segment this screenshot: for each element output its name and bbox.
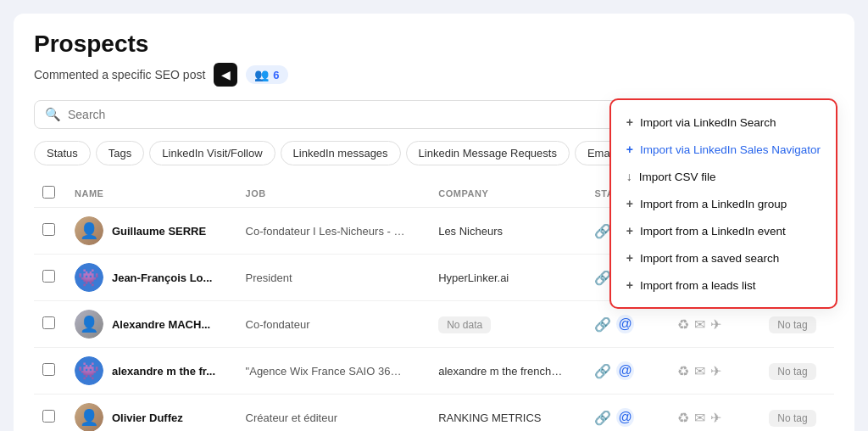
avatar: 👾 (75, 263, 103, 292)
link-icon[interactable]: 🔗 (594, 316, 611, 333)
count-badge: 👥 6 (246, 65, 287, 84)
search-icon: 🔍 (45, 107, 61, 122)
status-icons: 🔗 @ (594, 315, 660, 333)
dropdown-item-import-from-a-linkedin-group[interactable]: + Import from a LinkedIn group (611, 190, 836, 217)
prospect-name: Alexandre MACH... (112, 318, 210, 331)
no-tag-badge: No tag (769, 363, 815, 380)
dropdown-item-label: Import via LinkedIn Search (640, 116, 776, 129)
download-icon: ↓ (626, 170, 632, 183)
tab-linkedin-messages[interactable]: LinkedIn messages (281, 141, 401, 165)
plus-icon: + (626, 278, 633, 292)
avatar: 👤 (75, 310, 103, 339)
name-cell: 👤 Olivier Duffez (75, 403, 229, 431)
subtitle-text: Commented a specific SEO post (34, 68, 205, 81)
plus-icon: + (626, 251, 633, 265)
action-icons: ♻ ✉ ✈ (677, 363, 752, 379)
link-icon[interactable]: 🔗 (594, 410, 611, 426)
email-icon[interactable]: @ (616, 315, 633, 333)
prospect-name: Guillaume SERRE (112, 225, 206, 238)
plus-icon: + (626, 115, 633, 129)
status-icons: 🔗 @ (594, 408, 660, 427)
prospect-name: Olivier Duffez (112, 411, 183, 424)
row-checkbox[interactable] (42, 223, 55, 236)
row-checkbox[interactable] (42, 316, 55, 329)
dropdown-item-import-from-a-leads-list[interactable]: + Import from a leads list (611, 271, 836, 299)
back-button[interactable]: ◀ (214, 63, 237, 87)
name-cell: 👤 Guillaume SERRE (75, 216, 229, 245)
table-row: 👤 Olivier Duffez Créateur et éditeur RAN… (34, 395, 834, 432)
envelope-icon[interactable]: ✉ (694, 363, 705, 379)
subtitle-row: Commented a specific SEO post ◀ 👥 6 (34, 63, 834, 87)
prospect-job: Co-fondateur I Les-Nicheurs - Devenez la… (246, 225, 407, 238)
refresh-icon[interactable]: ♻ (677, 316, 689, 333)
link-icon[interactable]: 🔗 (594, 363, 611, 379)
refresh-icon[interactable]: ♻ (677, 410, 689, 426)
prospect-company: RANKING METRICS (438, 411, 565, 424)
envelope-icon[interactable]: ✉ (694, 410, 705, 426)
dropdown-item-import-from-a-linkedin-event[interactable]: + Import from a LinkedIn event (611, 217, 836, 244)
prospect-company: Les Nicheurs (438, 225, 565, 238)
envelope-icon[interactable]: ✉ (694, 316, 705, 333)
tab-linkedin-message-requests[interactable]: Linkedin Message Requests (406, 141, 570, 165)
email-icon[interactable]: @ (616, 408, 633, 427)
prospect-job: Co-fondateur (246, 318, 407, 331)
main-container: Prospects Commented a specific SEO post … (14, 14, 854, 431)
action-icons: ♻ ✉ ✈ (677, 410, 752, 426)
select-all-checkbox[interactable] (42, 186, 55, 199)
col-header-company: COMPANY (430, 179, 586, 208)
dropdown-item-label: Import from a LinkedIn event (640, 225, 786, 238)
name-cell: 👾 Jean-François Lo... (75, 263, 229, 292)
dropdown-item-label: Import from a LinkedIn group (640, 198, 787, 210)
dropdown-item-import-via-linkedin-sales-navigator[interactable]: + Import via LinkedIn Sales Navigator (611, 136, 836, 163)
page-title: Prospects (34, 31, 834, 58)
action-icons: ♻ ✉ ✈ (677, 316, 752, 333)
send-icon[interactable]: ✈ (710, 410, 721, 426)
prospect-name: Jean-François Lo... (112, 271, 212, 284)
dropdown-item-label: Import CSV file (639, 171, 716, 183)
dropdown-item-label: Import from a leads list (640, 279, 756, 292)
no-tag-badge: No tag (769, 316, 815, 333)
people-icon: 👥 (254, 68, 269, 81)
name-cell: 👾 alexandre m the fr... (75, 356, 229, 385)
dropdown-item-label: Import from a saved search (640, 252, 779, 265)
row-checkbox[interactable] (42, 270, 55, 283)
avatar: 👤 (75, 403, 103, 431)
prospect-job: "Agence Wix France SAIO 360 "alexandre .… (246, 365, 407, 378)
col-header-name: NAME (66, 179, 237, 208)
prospect-job: Créateur et éditeur (246, 411, 407, 424)
import-dropdown-menu: + Import via LinkedIn Search + Import vi… (609, 98, 837, 309)
send-icon[interactable]: ✈ (710, 363, 721, 379)
plus-icon: + (626, 197, 633, 210)
no-tag-badge: No tag (769, 410, 815, 427)
plus-icon: + (626, 143, 633, 156)
prospect-company: alexandre m the frenchy an... (438, 365, 565, 378)
name-cell: 👤 Alexandre MACH... (75, 310, 229, 339)
table-row: 👾 alexandre m the fr... "Agence Wix Fran… (34, 348, 834, 395)
prospect-job: President (246, 271, 407, 284)
dropdown-item-label: Import via LinkedIn Sales Navigator (640, 143, 821, 156)
send-icon[interactable]: ✈ (710, 316, 721, 333)
avatar: 👤 (75, 216, 103, 245)
count-value: 6 (273, 69, 279, 81)
prospect-company: HyperLinker.ai (438, 271, 565, 284)
dropdown-item-import-csv-file[interactable]: ↓ Import CSV file (611, 163, 836, 190)
dropdown-item-import-via-linkedin-search[interactable]: + Import via LinkedIn Search (611, 109, 836, 136)
tab-status[interactable]: Status (34, 141, 91, 165)
refresh-icon[interactable]: ♻ (677, 363, 689, 379)
prospect-name: alexandre m the fr... (112, 365, 215, 378)
status-icons: 🔗 @ (594, 361, 660, 380)
row-checkbox[interactable] (42, 363, 55, 376)
dropdown-item-import-from-a-saved-search[interactable]: + Import from a saved search (611, 244, 836, 271)
col-header-job: JOB (237, 179, 431, 208)
back-icon: ◀ (221, 68, 231, 81)
row-checkbox[interactable] (42, 410, 55, 423)
plus-icon: + (626, 224, 633, 238)
tab-tags[interactable]: Tags (96, 141, 144, 165)
no-data-badge: No data (438, 316, 491, 333)
email-icon[interactable]: @ (616, 361, 633, 380)
avatar: 👾 (75, 356, 103, 385)
tab-linkedin-visitfollow[interactable]: LinkedIn Visit/Follow (149, 141, 275, 165)
